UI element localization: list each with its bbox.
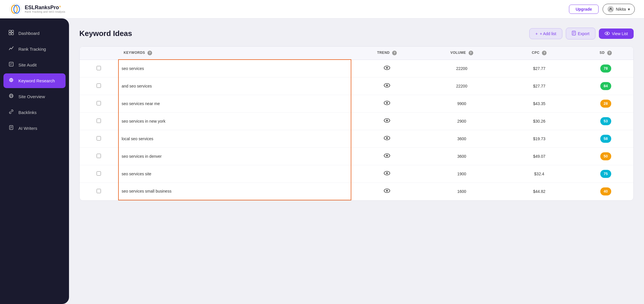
svg-point-39 bbox=[387, 120, 387, 121]
table-row: seo services in denver 3600$49.0750 bbox=[80, 147, 633, 165]
export-button[interactable]: Export bbox=[566, 28, 595, 39]
sd-badge: 75 bbox=[600, 170, 611, 178]
keyword-table: KEYWORDS ? TREND ? VOLUME ? bbox=[80, 47, 633, 200]
export-doc-icon bbox=[572, 31, 576, 36]
keyword-table-container: KEYWORDS ? TREND ? VOLUME ? bbox=[79, 46, 634, 201]
trend-cell bbox=[351, 147, 423, 165]
keyword-text: seo services site bbox=[122, 172, 151, 176]
row-checkbox[interactable] bbox=[97, 154, 101, 158]
row-checkbox[interactable] bbox=[97, 171, 101, 176]
upgrade-button[interactable]: Upgrade bbox=[569, 5, 599, 14]
cpc-column-header: CPC ? bbox=[501, 47, 578, 60]
sd-cell: 50 bbox=[578, 147, 633, 165]
table-body: seo services 22200$27.7778and seo servic… bbox=[80, 60, 633, 200]
sd-badge: 58 bbox=[600, 135, 611, 143]
row-checkbox[interactable] bbox=[97, 83, 101, 88]
row-checkbox[interactable] bbox=[97, 119, 101, 123]
svg-rect-4 bbox=[9, 30, 11, 32]
content-header: Keyword Ideas + + Add list Export View bbox=[79, 28, 634, 39]
svg-point-27 bbox=[607, 33, 608, 34]
sidebar-item-ai-writers[interactable]: AI Writers bbox=[0, 120, 69, 136]
header-actions: + + Add list Export View List bbox=[529, 28, 634, 39]
trend-eye-icon[interactable] bbox=[384, 65, 390, 71]
sd-badge: 28 bbox=[600, 100, 611, 108]
trend-eye-icon[interactable] bbox=[384, 171, 390, 177]
row-checkbox-cell bbox=[80, 130, 118, 147]
row-checkbox[interactable] bbox=[97, 66, 101, 70]
sd-cell: 78 bbox=[578, 60, 633, 77]
trend-help-icon[interactable]: ? bbox=[392, 51, 397, 55]
svg-point-42 bbox=[387, 138, 387, 138]
user-avatar-icon bbox=[607, 6, 614, 12]
volume-help-icon[interactable]: ? bbox=[469, 51, 473, 55]
header-right: Upgrade Nikita ▾ bbox=[569, 4, 635, 15]
keyword-text: seo services in denver bbox=[122, 154, 162, 159]
row-checkbox-cell bbox=[80, 183, 118, 200]
plus-icon: + bbox=[535, 31, 538, 36]
table-header-row: KEYWORDS ? TREND ? VOLUME ? bbox=[80, 47, 633, 60]
user-menu-button[interactable]: Nikita ▾ bbox=[603, 4, 635, 15]
row-checkbox[interactable] bbox=[97, 101, 101, 105]
view-list-label: View List bbox=[612, 31, 628, 36]
checkbox-header bbox=[80, 47, 118, 60]
svg-rect-8 bbox=[9, 62, 13, 66]
trend-column-header: TREND ? bbox=[351, 47, 423, 60]
site-audit-icon bbox=[8, 62, 14, 68]
sidebar-item-site-overview[interactable]: Site Overview bbox=[0, 89, 69, 105]
cpc-help-icon[interactable]: ? bbox=[542, 51, 547, 55]
svg-point-45 bbox=[387, 155, 387, 156]
keyword-cell: seo services small business bbox=[118, 183, 351, 200]
keyword-text: local seo services bbox=[122, 136, 154, 141]
row-checkbox-cell bbox=[80, 165, 118, 183]
header: ESLRanksPro° Rank Tracking and SEO Analy… bbox=[0, 0, 644, 18]
row-checkbox[interactable] bbox=[97, 189, 101, 193]
sd-cell: 75 bbox=[578, 165, 633, 183]
sd-badge: 78 bbox=[600, 64, 611, 73]
cpc-cell: $43.35 bbox=[501, 95, 578, 112]
table-row: seo services site 1900$32.475 bbox=[80, 165, 633, 183]
keyword-cell: and seo services bbox=[118, 77, 351, 95]
trend-eye-icon[interactable] bbox=[384, 118, 390, 124]
svg-point-51 bbox=[387, 190, 387, 191]
table-row: seo services 22200$27.7778 bbox=[80, 60, 633, 77]
svg-point-30 bbox=[387, 67, 387, 68]
trend-eye-icon[interactable] bbox=[384, 188, 390, 194]
trend-cell bbox=[351, 95, 423, 112]
table-row: and seo services 22200$27.7784 bbox=[80, 77, 633, 95]
row-checkbox[interactable] bbox=[97, 136, 101, 140]
sd-badge: 53 bbox=[600, 117, 611, 125]
sidebar-item-label: Rank Tracking bbox=[18, 47, 46, 52]
sidebar-item-dashboard[interactable]: Dashboard bbox=[0, 25, 69, 41]
keyword-cell: seo services in denver bbox=[118, 147, 351, 165]
trend-eye-icon[interactable] bbox=[384, 153, 390, 159]
volume-cell: 1600 bbox=[423, 183, 501, 200]
sidebar-item-keyword-research[interactable]: Keyword Research bbox=[3, 73, 66, 88]
svg-rect-6 bbox=[9, 33, 11, 35]
trend-cell bbox=[351, 130, 423, 147]
sidebar-item-label: Site Overview bbox=[18, 94, 45, 99]
volume-cell: 22200 bbox=[423, 77, 501, 95]
add-list-button[interactable]: + + Add list bbox=[529, 28, 562, 39]
sidebar-item-rank-tracking[interactable]: Rank Tracking bbox=[0, 41, 69, 57]
volume-cell: 2900 bbox=[423, 112, 501, 130]
table-row: local seo services 3600$19.7358 bbox=[80, 130, 633, 147]
volume-cell: 3600 bbox=[423, 130, 501, 147]
keyword-cell: seo services near me bbox=[118, 95, 351, 112]
view-list-eye-icon bbox=[605, 31, 610, 36]
cpc-cell: $32.4 bbox=[501, 165, 578, 183]
trend-eye-icon[interactable] bbox=[384, 100, 390, 107]
keyword-text: seo services near me bbox=[122, 101, 160, 106]
trend-cell bbox=[351, 60, 423, 77]
keyword-cell: seo services bbox=[118, 60, 351, 77]
row-checkbox-cell bbox=[80, 147, 118, 165]
sd-column-header: SD ? bbox=[578, 47, 633, 60]
trend-eye-icon[interactable] bbox=[384, 136, 390, 142]
keywords-help-icon[interactable]: ? bbox=[147, 51, 152, 55]
trend-cell bbox=[351, 183, 423, 200]
sd-help-icon[interactable]: ? bbox=[607, 51, 612, 55]
sidebar-item-site-audit[interactable]: Site Audit bbox=[0, 57, 69, 73]
sidebar-item-backlinks[interactable]: Backlinks bbox=[0, 105, 69, 120]
view-list-button[interactable]: View List bbox=[599, 29, 634, 39]
trend-eye-icon[interactable] bbox=[384, 83, 390, 89]
logo-area: ESLRanksPro° Rank Tracking and SEO Analy… bbox=[9, 3, 65, 16]
